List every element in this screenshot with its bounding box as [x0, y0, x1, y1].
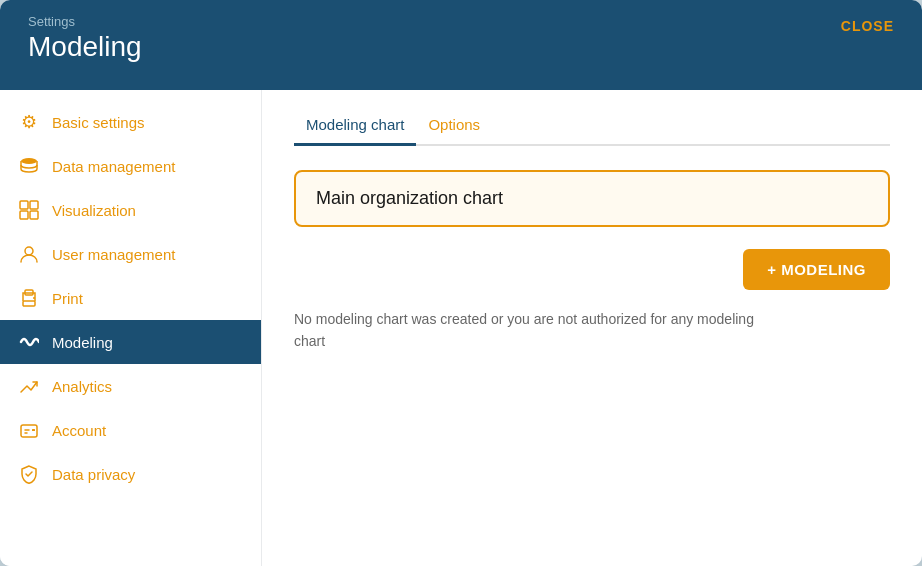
modal-body: Basic settings Data management Visualiza… — [0, 90, 922, 566]
svg-rect-10 — [32, 429, 35, 431]
analytics-icon — [18, 375, 40, 397]
svg-point-8 — [33, 297, 35, 299]
tab-modeling-chart[interactable]: Modeling chart — [294, 106, 416, 146]
header-left: Settings Modeling — [28, 14, 142, 63]
modeling-icon — [18, 331, 40, 353]
data-privacy-icon — [18, 463, 40, 485]
sidebar-label-basic-settings: Basic settings — [52, 114, 145, 131]
sidebar-label-user-management: User management — [52, 246, 175, 263]
tabs-bar: Modeling chart Options — [294, 90, 890, 146]
settings-label: Settings — [28, 14, 142, 29]
sidebar-label-data-privacy: Data privacy — [52, 466, 135, 483]
svg-rect-4 — [30, 211, 38, 219]
sidebar-item-account[interactable]: Account — [0, 408, 261, 452]
print-icon — [18, 287, 40, 309]
sidebar: Basic settings Data management Visualiza… — [0, 90, 262, 566]
close-button[interactable]: CLOSE — [841, 18, 894, 34]
svg-rect-1 — [20, 201, 28, 209]
page-title: Modeling — [28, 31, 142, 63]
sidebar-item-data-privacy[interactable]: Data privacy — [0, 452, 261, 496]
svg-rect-6 — [23, 301, 35, 306]
sidebar-item-analytics[interactable]: Analytics — [0, 364, 261, 408]
no-chart-message: No modeling chart was created or you are… — [294, 308, 774, 353]
sidebar-item-basic-settings[interactable]: Basic settings — [0, 100, 261, 144]
sidebar-label-print: Print — [52, 290, 83, 307]
svg-point-5 — [25, 247, 33, 255]
sidebar-label-data-management: Data management — [52, 158, 175, 175]
sidebar-label-modeling: Modeling — [52, 334, 113, 351]
add-modeling-label: + MODELING — [767, 261, 866, 278]
sidebar-label-visualization: Visualization — [52, 202, 136, 219]
sidebar-label-account: Account — [52, 422, 106, 439]
modal-container: Settings Modeling CLOSE Basic settings D… — [0, 0, 922, 566]
chart-selector-value: Main organization chart — [316, 188, 503, 208]
svg-rect-9 — [21, 425, 37, 437]
sidebar-item-print[interactable]: Print — [0, 276, 261, 320]
db-icon — [18, 155, 40, 177]
svg-rect-2 — [30, 201, 38, 209]
add-modeling-button[interactable]: + MODELING — [743, 249, 890, 290]
sidebar-item-user-management[interactable]: User management — [0, 232, 261, 276]
sidebar-item-data-management[interactable]: Data management — [0, 144, 261, 188]
tab-options[interactable]: Options — [416, 106, 492, 146]
svg-point-0 — [21, 158, 37, 164]
modeling-button-row: + MODELING — [294, 249, 890, 290]
visualization-icon — [18, 199, 40, 221]
gear-icon — [18, 111, 40, 133]
account-icon — [18, 419, 40, 441]
chart-selector[interactable]: Main organization chart — [294, 170, 890, 227]
main-content: Modeling chart Options Main organization… — [262, 90, 922, 566]
modal-header: Settings Modeling CLOSE — [0, 0, 922, 90]
sidebar-label-analytics: Analytics — [52, 378, 112, 395]
svg-rect-3 — [20, 211, 28, 219]
user-management-icon — [18, 243, 40, 265]
sidebar-item-modeling[interactable]: Modeling — [0, 320, 261, 364]
sidebar-item-visualization[interactable]: Visualization — [0, 188, 261, 232]
